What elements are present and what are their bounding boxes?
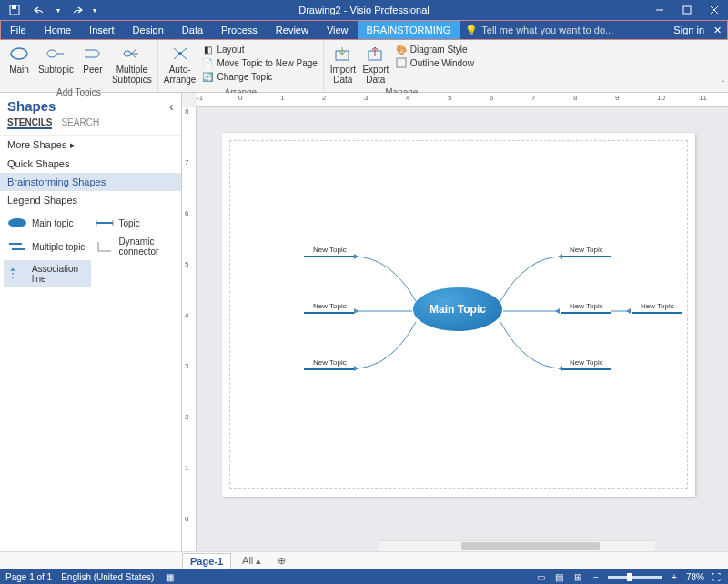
connector[interactable] <box>354 307 414 316</box>
page-tab-1[interactable]: Page-1 <box>182 553 231 569</box>
topic-branch[interactable] <box>304 312 354 314</box>
tab-data[interactable]: Data <box>173 21 212 39</box>
topic-branch[interactable] <box>561 312 611 314</box>
label: Change Topic <box>217 72 272 82</box>
qat-customize-icon[interactable]: ▾ <box>93 6 96 15</box>
export-data-button[interactable]: Export Data <box>360 42 391 86</box>
topic-label[interactable]: New Topic <box>570 246 603 254</box>
label: All <box>242 555 253 566</box>
peer-button[interactable]: Peer <box>77 42 108 76</box>
undo-dropdown-icon[interactable]: ▾ <box>56 6 60 15</box>
topic-branch[interactable] <box>304 256 354 257</box>
change-topic-button[interactable]: 🔄Change Topic <box>199 70 318 83</box>
svg-point-11 <box>124 51 131 56</box>
canvas[interactable]: Main Topic New Topic New Topic New Topic <box>197 107 728 551</box>
shape-dynamic-connector[interactable]: Dynamic connector <box>91 233 178 260</box>
topic-branch[interactable] <box>304 368 354 370</box>
tab-review[interactable]: Review <box>267 21 318 39</box>
language-indicator[interactable]: English (United States) <box>61 572 154 582</box>
zoom-out-icon[interactable]: − <box>590 571 602 582</box>
fit-window-icon[interactable]: ⛶ <box>710 571 723 582</box>
svg-point-6 <box>11 48 27 59</box>
save-icon[interactable] <box>5 1 24 19</box>
topic-label[interactable]: New Topic <box>641 302 674 310</box>
tab-home[interactable]: Home <box>35 21 80 39</box>
zoom-level[interactable]: 78% <box>686 572 704 582</box>
minimize-button[interactable] <box>646 0 673 20</box>
horizontal-scrollbar[interactable] <box>379 540 655 551</box>
page-indicator[interactable]: Page 1 of 1 <box>5 572 52 582</box>
zoom-slider[interactable] <box>608 576 662 579</box>
topic-label[interactable]: New Topic <box>313 358 347 367</box>
main-topic-shape[interactable]: Main Topic <box>413 287 502 331</box>
close-ribbon-icon[interactable]: ✕ <box>713 25 722 36</box>
topic-label[interactable]: New Topic <box>313 302 347 310</box>
tab-view[interactable]: View <box>318 21 358 39</box>
stencils-tab[interactable]: STENCILS <box>7 117 52 129</box>
add-page-button[interactable]: ⊕ <box>272 553 291 569</box>
change-topic-icon: 🔄 <box>201 70 214 83</box>
layout-button[interactable]: ◧Layout <box>199 43 318 55</box>
tell-me-search[interactable]: 💡 Tell me what you want to do... <box>460 21 619 39</box>
shape-multiple-topic[interactable]: Multiple topic <box>4 233 91 260</box>
shape-main-topic[interactable]: Main topic <box>4 213 91 233</box>
collapse-pane-icon[interactable]: ‹ <box>169 98 174 114</box>
undo-icon[interactable] <box>31 1 49 19</box>
label: Dynamic connector <box>119 237 175 257</box>
shapes-title: Shapes <box>7 98 56 114</box>
sign-in-link[interactable]: Sign in <box>673 25 704 35</box>
connector[interactable] <box>354 254 420 304</box>
connector[interactable] <box>497 254 562 304</box>
shape-topic[interactable]: Topic <box>91 213 178 233</box>
chevron-up-icon: ▴ <box>256 555 261 566</box>
connector[interactable] <box>503 307 561 316</box>
connector[interactable] <box>611 307 632 316</box>
close-button[interactable] <box>701 0 728 20</box>
label: Multiple Subtopics <box>112 65 152 85</box>
drawing-page[interactable]: Main Topic New Topic New Topic New Topic <box>222 133 695 497</box>
label: Main topic <box>32 218 74 228</box>
topic-branch[interactable] <box>561 256 611 257</box>
import-data-button[interactable]: Import Data <box>328 42 359 86</box>
page-width-icon[interactable]: ⊞ <box>571 571 584 582</box>
tab-file[interactable]: File <box>1 21 35 39</box>
legend-shapes-category[interactable]: Legend Shapes <box>0 191 181 209</box>
zoom-in-icon[interactable]: + <box>668 571 681 582</box>
topic-label[interactable]: New Topic <box>313 246 347 254</box>
diagram-style-button[interactable]: 🎨Diagram Style <box>393 43 476 55</box>
presentation-mode-icon[interactable]: ▭ <box>535 571 548 582</box>
collapse-ribbon-icon[interactable]: ˆ <box>722 80 724 90</box>
topic-label[interactable]: New Topic <box>570 358 603 367</box>
tell-me-label: Tell me what you want to do... <box>481 25 613 35</box>
shape-association-line[interactable]: Association line <box>4 260 91 287</box>
macro-recorder-icon[interactable]: ▦ <box>163 571 176 582</box>
svg-line-14 <box>131 54 136 58</box>
main-topic-button[interactable]: Main <box>4 42 35 76</box>
more-shapes-link[interactable]: More Shapes ▸ <box>0 136 181 155</box>
label: Auto- Arrange <box>164 65 197 85</box>
tab-brainstorming[interactable]: BRAINSTORMING <box>358 21 460 39</box>
brainstorming-shapes-category[interactable]: Brainstorming Shapes <box>0 173 181 191</box>
tab-insert[interactable]: Insert <box>80 21 124 39</box>
zoom-thumb[interactable] <box>627 573 632 581</box>
topic-branch[interactable] <box>561 368 611 370</box>
redo-icon[interactable] <box>67 1 86 19</box>
connector[interactable] <box>354 318 420 371</box>
scrollbar-thumb[interactable] <box>461 542 600 550</box>
subtopic-button[interactable]: Subtopic <box>36 42 76 76</box>
auto-arrange-button[interactable]: Auto- Arrange <box>162 42 198 86</box>
topic-branch[interactable] <box>632 312 682 314</box>
outline-window-checkbox[interactable]: Outline Window <box>393 56 476 69</box>
fit-page-icon[interactable]: ▤ <box>553 571 566 582</box>
topic-label[interactable]: New Topic <box>570 302 603 310</box>
connector[interactable] <box>497 318 562 371</box>
quick-shapes-link[interactable]: Quick Shapes <box>0 155 181 173</box>
maximize-button[interactable] <box>673 0 701 20</box>
tab-process[interactable]: Process <box>212 21 267 39</box>
all-pages-button[interactable]: All ▴ <box>237 553 267 569</box>
tab-design[interactable]: Design <box>124 21 173 39</box>
move-topic-button[interactable]: 📄Move Topic to New Page <box>199 56 318 69</box>
search-tab[interactable]: SEARCH <box>61 117 99 129</box>
main-topic-shape-icon <box>7 216 27 229</box>
multiple-subtopics-button[interactable]: Multiple Subtopics <box>110 42 154 86</box>
